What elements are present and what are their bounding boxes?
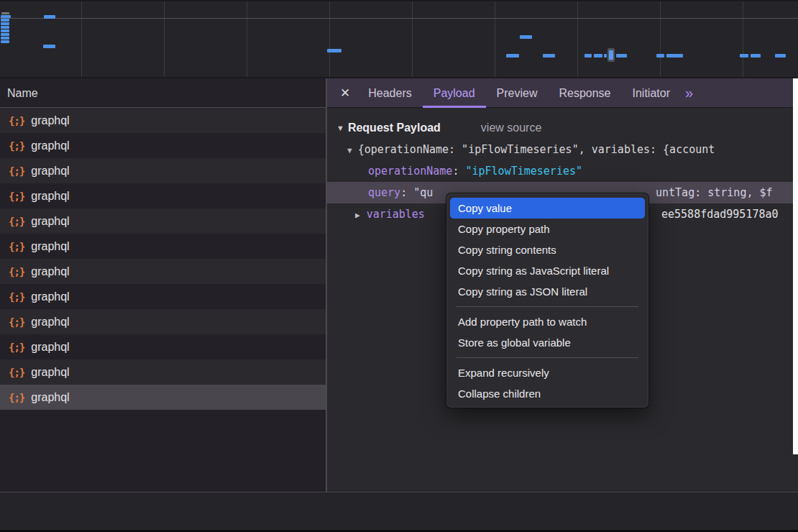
waterfall-bar	[594, 54, 602, 58]
waterfall-bar	[506, 54, 519, 58]
json-braces-icon: {;}	[9, 266, 24, 278]
json-braces-icon: {;}	[9, 367, 24, 378]
request-name: graphql	[31, 139, 69, 152]
request-name: graphql	[31, 215, 69, 228]
request-row[interactable]: {;}graphql	[0, 385, 326, 410]
property-value-fragment: ee5588fdad995178a0	[661, 203, 779, 225]
collapse-triangle-icon: ▶	[355, 211, 360, 220]
request-row[interactable]: {;}graphql	[0, 108, 326, 133]
request-row[interactable]: {;}graphql	[0, 234, 326, 259]
request-name: graphql	[31, 290, 69, 303]
json-braces-icon: {;}	[9, 291, 24, 303]
waterfall-bar	[656, 54, 664, 58]
expand-triangle-icon: ▼	[347, 146, 352, 155]
overview-gridline	[81, 1, 82, 78]
request-row[interactable]: {;}graphql	[0, 309, 326, 334]
request-row[interactable]: {;}graphql	[0, 183, 326, 208]
context-menu-item[interactable]: Add property path to watch	[450, 311, 645, 332]
column-header-label: Name	[7, 87, 38, 99]
request-name: graphql	[31, 366, 69, 379]
overview-gridline	[164, 1, 165, 78]
property-value-start: "qu	[413, 186, 433, 199]
request-row[interactable]: {;}graphql	[0, 133, 326, 158]
waterfall-bar	[1, 40, 9, 43]
overview-gridline	[329, 1, 330, 78]
page-background-edge	[793, 78, 798, 454]
request-name: graphql	[31, 265, 69, 278]
waterfall-bar	[520, 35, 532, 39]
request-name: graphql	[31, 316, 69, 329]
tab-preview[interactable]: Preview	[486, 78, 549, 108]
context-menu-item[interactable]: Copy property path	[450, 219, 645, 239]
overview-gridline	[412, 1, 413, 78]
overview-gridline	[495, 1, 495, 78]
request-row[interactable]: {;}graphql	[0, 208, 326, 234]
waterfall-bar	[543, 54, 555, 58]
waterfall-bar	[775, 54, 786, 58]
tab-initiator[interactable]: Initiator	[622, 78, 681, 108]
overview-selected-request-marker	[607, 48, 615, 62]
view-source-link[interactable]: view source	[481, 121, 541, 134]
property-key: query	[368, 186, 400, 199]
details-tab-bar: ✕ HeadersPayloadPreviewResponseInitiator…	[327, 78, 798, 108]
request-name: graphql	[31, 341, 69, 354]
column-header-name[interactable]: Name	[0, 78, 326, 108]
request-name: graphql	[31, 114, 69, 127]
overview-gridline	[660, 1, 661, 78]
overview-baseline	[0, 18, 798, 19]
waterfall-bar	[616, 54, 627, 58]
summary-bar	[0, 492, 798, 530]
tab-payload[interactable]: Payload	[423, 78, 486, 108]
json-braces-icon: {;}	[9, 165, 24, 177]
menu-separator	[457, 357, 638, 358]
tab-headers[interactable]: Headers	[357, 78, 422, 108]
more-tabs-icon[interactable]: »	[685, 85, 693, 101]
waterfall-bar	[1, 22, 9, 25]
section-collapse-triangle-icon[interactable]: ▼	[336, 124, 344, 132]
waterfall-bar	[1, 12, 9, 14]
waterfall-bar	[740, 54, 748, 58]
request-row[interactable]: {;}graphql	[0, 334, 326, 359]
tab-response[interactable]: Response	[548, 78, 621, 108]
context-menu-item[interactable]: Copy value	[450, 198, 645, 219]
waterfall-bar	[44, 15, 55, 19]
waterfall-bar	[604, 54, 607, 58]
context-menu-item[interactable]: Store as global variable	[450, 332, 645, 353]
section-title: Request Payload	[348, 121, 441, 134]
request-row[interactable]: {;}graphql	[0, 359, 326, 385]
json-braces-icon: {;}	[9, 316, 24, 328]
context-menu-item[interactable]: Copy string contents	[450, 239, 645, 260]
request-name: graphql	[31, 190, 69, 203]
waterfall-bar	[1, 15, 11, 18]
context-menu: Copy valueCopy property pathCopy string …	[446, 193, 649, 408]
json-braces-icon: {;}	[9, 216, 24, 227]
context-menu-item[interactable]: Expand recursively	[450, 362, 645, 383]
overview-gridline	[743, 1, 743, 78]
request-row[interactable]: {;}graphql	[0, 259, 326, 284]
request-name: graphql	[31, 391, 69, 404]
waterfall-bar	[327, 49, 341, 52]
json-braces-icon: {;}	[9, 191, 24, 202]
tree-row-operation-name[interactable]: operationName: "ipFlowTimeseries"	[327, 160, 798, 182]
tree-row-root[interactable]: ▼{operationName: "ipFlowTimeseries", var…	[327, 139, 798, 160]
request-row[interactable]: {;}graphql	[0, 284, 326, 309]
context-menu-item[interactable]: Copy string as JSON literal	[450, 281, 645, 302]
json-braces-icon: {;}	[9, 241, 24, 252]
request-row[interactable]: {;}graphql	[0, 158, 326, 183]
waterfall-bar	[43, 45, 55, 48]
waterfall-bar	[609, 50, 613, 60]
waterfall-bar	[666, 54, 683, 58]
context-menu-item[interactable]: Copy string as JavaScript literal	[450, 260, 645, 281]
waterfall-bar	[584, 54, 592, 58]
close-icon[interactable]: ✕	[340, 86, 350, 101]
json-braces-icon: {;}	[9, 341, 24, 353]
network-overview-timeline[interactable]	[0, 0, 798, 77]
context-menu-item[interactable]: Collapse children	[450, 383, 645, 404]
waterfall-bar	[751, 54, 761, 58]
property-value-fragment: untTag: string, $f	[656, 182, 773, 203]
json-braces-icon: {;}	[9, 115, 24, 127]
waterfall-bar	[1, 29, 9, 32]
json-braces-icon: {;}	[9, 140, 24, 152]
waterfall-bar	[1, 26, 9, 29]
property-key: operationName	[368, 165, 452, 178]
